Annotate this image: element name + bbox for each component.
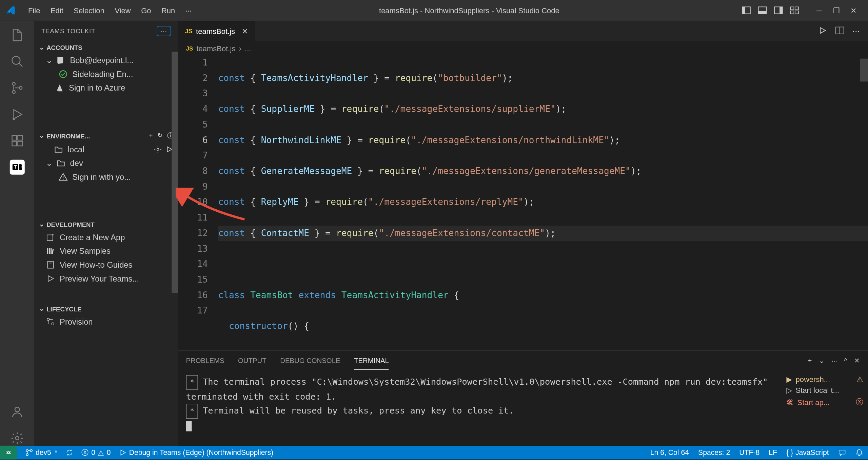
section-environment[interactable]: ⌄ ENVIRONME... + ↻ ⓘ — [35, 129, 178, 142]
chevron-down-icon: ⌄ — [39, 132, 44, 139]
run-debug-icon[interactable] — [10, 107, 25, 122]
terminal-powershell[interactable]: ▶powersh...⚠ — [786, 374, 863, 385]
menu-go[interactable]: Go — [136, 6, 156, 15]
create-new-app[interactable]: Create a New App — [35, 230, 178, 244]
sign-in-azure[interactable]: Sign in to Azure — [35, 81, 178, 95]
git-branch[interactable]: dev5* — [25, 448, 57, 457]
search-icon[interactable] — [10, 54, 25, 69]
panel-tab-output[interactable]: OUTPUT — [238, 352, 267, 369]
notifications-icon[interactable] — [855, 448, 864, 457]
settings-gear-icon[interactable] — [10, 431, 25, 446]
eol[interactable]: LF — [769, 448, 777, 457]
terminal-start-local[interactable]: ▷Start local t... — [786, 385, 863, 396]
menu-view[interactable]: View — [110, 6, 136, 15]
maximize-panel-icon[interactable]: ^ — [844, 357, 847, 365]
layout-panel-icon[interactable] — [758, 6, 767, 15]
braces-icon: { } — [786, 448, 793, 457]
javascript-icon: JS — [186, 45, 193, 52]
book-icon — [46, 260, 55, 269]
preview-teams[interactable]: Preview Your Teams... — [35, 272, 178, 286]
svg-text:T: T — [14, 164, 17, 170]
provision[interactable]: Provision — [35, 315, 178, 329]
sidebar-scrollbar[interactable] — [172, 52, 178, 293]
env-local[interactable]: local — [35, 142, 178, 156]
panel-more-icon[interactable]: ··· — [831, 357, 837, 365]
panel-tab-debug-console[interactable]: DEBUG CONSOLE — [280, 352, 340, 369]
run-file-icon[interactable] — [818, 26, 827, 36]
chevron-right-icon: › — [239, 44, 241, 53]
layout-customize-icon[interactable] — [790, 6, 799, 15]
layout-sidebar-right-icon[interactable] — [774, 6, 783, 15]
svg-rect-6 — [790, 7, 794, 9]
env-dev[interactable]: ⌄ dev — [35, 156, 178, 170]
menu-file[interactable]: File — [23, 6, 45, 15]
minimize-button[interactable]: ─ — [811, 6, 828, 15]
feedback-icon[interactable] — [838, 448, 846, 457]
explorer-icon[interactable] — [10, 27, 25, 42]
overview-ruler[interactable] — [860, 55, 868, 350]
debug-settings-icon[interactable] — [154, 145, 162, 153]
panel-tab-terminal[interactable]: TERMINAL — [354, 352, 389, 369]
code-content[interactable]: const { TeamsActivityHandler } = require… — [218, 55, 868, 350]
editor-area: JS teamsBot.js ✕ ··· JS teamsBot.js › ..… — [178, 21, 868, 446]
terminal-output[interactable]: *The terminal process "C:\Windows\System… — [178, 370, 782, 446]
svg-rect-7 — [795, 7, 798, 9]
menu-run[interactable]: Run — [156, 6, 180, 15]
terminal-dropdown-icon[interactable]: ⌄ — [819, 357, 825, 365]
new-terminal-icon[interactable]: + — [808, 357, 812, 365]
language-mode[interactable]: { } JavaScript — [786, 448, 829, 457]
check-circle-icon — [59, 70, 68, 79]
view-samples[interactable]: View Samples — [35, 244, 178, 258]
svg-rect-23 — [19, 167, 22, 170]
chevron-down-icon: ⌄ — [39, 221, 44, 228]
play-icon: ▷ — [786, 386, 792, 395]
debug-target[interactable]: Debug in Teams (Edge) (NorthwindSupplier… — [119, 448, 273, 457]
problems-status[interactable]: ⓧ 0 ⚠ 0 — [81, 448, 111, 458]
svg-rect-32 — [49, 248, 50, 254]
sidebar-more-icon[interactable]: ··· — [157, 26, 171, 36]
panel-tab-problems[interactable]: PROBLEMS — [186, 352, 224, 369]
line-gutter: 1234567891011121314151617 — [178, 55, 218, 350]
menu-edit[interactable]: Edit — [45, 6, 68, 15]
svg-point-29 — [63, 179, 64, 180]
refresh-icon[interactable]: ↻ — [157, 132, 162, 140]
view-howto[interactable]: View How-to Guides — [35, 258, 178, 272]
close-tab-icon[interactable]: ✕ — [242, 27, 248, 35]
svg-rect-30 — [47, 235, 53, 241]
source-control-icon[interactable] — [10, 80, 25, 95]
account-label: Bob@devpoint.l... — [70, 56, 134, 65]
close-panel-icon[interactable]: ✕ — [854, 357, 860, 365]
teams-toolkit-icon[interactable]: T — [10, 160, 25, 175]
section-accounts[interactable]: ⌄ ACCOUNTS — [35, 41, 178, 54]
maximize-button[interactable]: ❐ — [828, 6, 845, 15]
section-accounts-label: ACCOUNTS — [46, 44, 82, 51]
sideloading-status[interactable]: Sideloading En... — [35, 67, 178, 81]
section-lifecycle[interactable]: ⌄ LIFECYCLE — [35, 303, 178, 315]
terminal-start-app[interactable]: 🛠Start ap...ⓧ — [786, 396, 863, 408]
breadcrumb[interactable]: JS teamsBot.js › ... — [178, 41, 868, 55]
editor-more-icon[interactable]: ··· — [852, 26, 860, 36]
remote-indicator[interactable] — [0, 446, 17, 460]
accounts-icon[interactable] — [10, 404, 25, 419]
code-editor[interactable]: 1234567891011121314151617 const { TeamsA… — [178, 55, 868, 350]
menu-selection[interactable]: Selection — [68, 6, 110, 15]
tab-teamsbot[interactable]: JS teamsBot.js ✕ — [178, 21, 255, 41]
account-m365[interactable]: ⌄ Bob@devpoint.l... — [35, 53, 178, 67]
provision-icon — [46, 317, 55, 326]
extensions-icon[interactable] — [10, 133, 25, 148]
section-development[interactable]: ⌄ DEVELOPMENT — [35, 218, 178, 230]
activity-bar: T — [0, 21, 35, 446]
cursor-position[interactable]: Ln 6, Col 64 — [650, 448, 689, 457]
indentation[interactable]: Spaces: 2 — [698, 448, 730, 457]
encoding[interactable]: UTF-8 — [739, 448, 760, 457]
split-editor-icon[interactable] — [835, 26, 844, 36]
javascript-icon: JS — [185, 27, 193, 34]
menu-more-icon[interactable]: ··· — [180, 6, 197, 15]
add-icon[interactable]: + — [149, 132, 153, 140]
layout-sidebar-left-icon[interactable] — [742, 6, 751, 15]
svg-rect-8 — [790, 11, 794, 14]
tree-label: local — [68, 145, 84, 154]
close-button[interactable]: ✕ — [845, 6, 862, 15]
sync-icon[interactable] — [65, 448, 74, 457]
sign-in-warning[interactable]: Sign in with yo... — [35, 170, 178, 184]
